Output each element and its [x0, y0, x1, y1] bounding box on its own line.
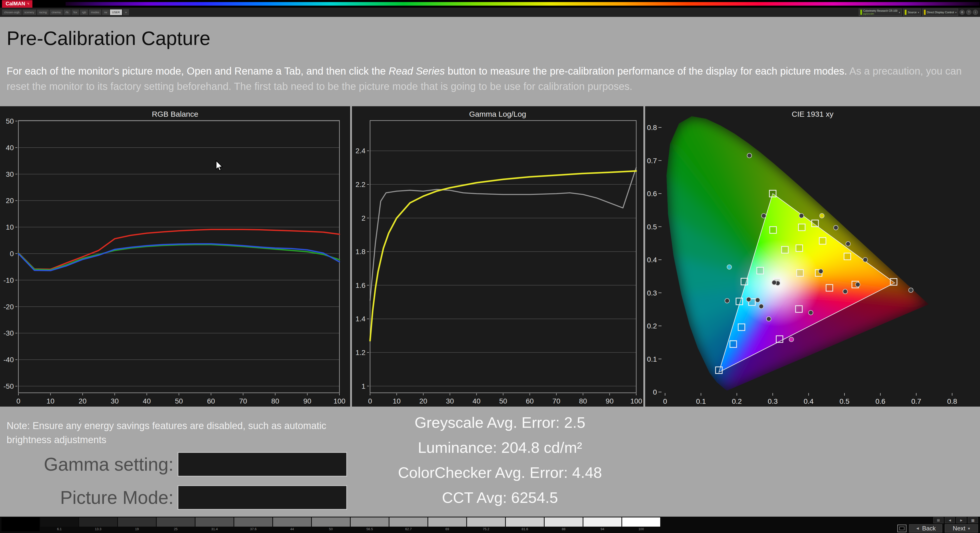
- grayscale-swatch-0[interactable]: [2, 517, 40, 532]
- tab-modes[interactable]: modes: [89, 10, 101, 15]
- tab-bar: chosen-srgbsceneryracingcinemarfxfoxrgbm…: [0, 8, 980, 17]
- svg-text:0: 0: [663, 397, 667, 405]
- swatch-label: 13.3: [95, 527, 101, 531]
- layout-list-icon[interactable]: ▦: [968, 517, 978, 523]
- back-button[interactable]: ◄ Back: [909, 524, 942, 533]
- swatch-tile[interactable]: [390, 517, 428, 527]
- cie-panel: CIE 1931 xy 00.10.20.30.40.50.60.70.800.…: [645, 106, 980, 407]
- svg-text:0.2: 0.2: [647, 322, 657, 330]
- svg-text:-40: -40: [3, 356, 14, 364]
- gamma-setting-row: Gamma setting:: [2, 452, 347, 477]
- gamma-title: Gamma Log/Log: [352, 110, 643, 118]
- rgb-balance-panel: RGB Balance -50-40-30-20-100102030405001…: [0, 106, 350, 407]
- grayscale-swatch-69[interactable]: 69: [428, 517, 466, 532]
- grayscale-swatch-44[interactable]: 44: [273, 517, 311, 532]
- swatch-tile[interactable]: [545, 517, 583, 527]
- swatch-tile[interactable]: [622, 517, 660, 527]
- swatch-tile[interactable]: [428, 517, 466, 527]
- swatch-tile[interactable]: [312, 517, 350, 527]
- grayscale-swatch-strip: 6.113.3192531.437.6445056.562.76975.281.…: [2, 517, 660, 532]
- swatch-tile[interactable]: [2, 517, 40, 531]
- tab-racing[interactable]: racing: [37, 10, 49, 15]
- tab-rgb[interactable]: rgb: [80, 10, 88, 15]
- svg-text:80: 80: [271, 397, 279, 405]
- lower-section: Note: Ensure any energy savings features…: [0, 407, 980, 517]
- step-back-icon[interactable]: ◄: [945, 517, 955, 523]
- source-dropdown[interactable]: Source ▾: [903, 9, 921, 16]
- swatch-tile[interactable]: [467, 517, 505, 527]
- preview-window-button[interactable]: [897, 525, 907, 532]
- swatch-tile[interactable]: [351, 517, 389, 527]
- svg-text:40: 40: [6, 144, 14, 152]
- rgb-balance-title: RGB Balance: [0, 110, 350, 118]
- svg-text:60: 60: [207, 397, 215, 405]
- display-control-accent: [924, 10, 926, 15]
- instructions-part1: For each of the monitor's picture mode, …: [6, 65, 389, 77]
- swatch-tile[interactable]: [40, 517, 78, 527]
- swatch-tile[interactable]: [79, 517, 117, 527]
- tab-scenery[interactable]: scenery: [22, 10, 37, 15]
- svg-text:0.2: 0.2: [732, 397, 742, 405]
- meter-dropdown[interactable]: Colorimetry Research CR-100 pg32ucdm ▾: [859, 9, 902, 16]
- tab-fox[interactable]: fox: [72, 10, 80, 15]
- swatch-tile[interactable]: [273, 517, 311, 527]
- next-label: Next: [953, 525, 965, 532]
- layout-grid-icon[interactable]: ⊞: [933, 517, 943, 523]
- help-icon[interactable]: ?: [966, 10, 971, 15]
- picture-mode-label: Picture Mode:: [2, 487, 178, 508]
- swatch-tile[interactable]: [157, 517, 195, 527]
- grayscale-swatch-75.2[interactable]: 75.2: [467, 517, 505, 532]
- cie-1931-plot: 00.10.20.30.40.50.60.70.800.10.20.30.40.…: [645, 106, 980, 407]
- swatch-label: 50: [329, 527, 332, 531]
- gamma-setting-input[interactable]: [178, 452, 347, 477]
- tab-cinema[interactable]: cinema: [49, 10, 62, 15]
- page-title: Pre-Calibration Capture: [6, 27, 210, 49]
- instructions-part2: button to measure the pre-calibration pe…: [445, 65, 850, 77]
- grayscale-swatch-100[interactable]: 100: [622, 517, 660, 532]
- grayscale-swatch-6.1[interactable]: 6.1: [40, 517, 78, 532]
- tab-rw[interactable]: rw: [102, 10, 109, 15]
- gear-icon[interactable]: ⚙: [959, 10, 965, 15]
- svg-text:0.5: 0.5: [840, 397, 850, 405]
- step-forward-icon[interactable]: ►: [956, 517, 966, 523]
- swatch-tile[interactable]: [506, 517, 544, 527]
- grayscale-swatch-81.6[interactable]: 81.6: [506, 517, 544, 532]
- swatch-label: 94: [600, 527, 604, 531]
- svg-text:30: 30: [6, 170, 14, 178]
- grayscale-swatch-31.4[interactable]: 31.4: [196, 517, 234, 532]
- add-tab-button[interactable]: +: [123, 9, 129, 15]
- grayscale-swatch-62.7[interactable]: 62.7: [390, 517, 428, 532]
- info-icon[interactable]: i: [973, 10, 978, 15]
- display-control-dropdown[interactable]: Direct Display Control ▾: [922, 9, 958, 16]
- tab-user[interactable]: USER: [110, 10, 122, 15]
- svg-text:0.3: 0.3: [647, 289, 657, 297]
- instructions-text: For each of the monitor's picture mode, …: [6, 63, 974, 94]
- svg-text:2.4: 2.4: [355, 147, 366, 155]
- grayscale-swatch-37.6[interactable]: 37.6: [234, 517, 272, 532]
- grayscale-swatch-13.3[interactable]: 13.3: [79, 517, 117, 532]
- next-button[interactable]: Next ▾: [945, 524, 978, 533]
- swatch-label: 37.6: [250, 527, 256, 531]
- svg-text:0: 0: [16, 397, 21, 405]
- svg-text:1: 1: [361, 382, 366, 390]
- swatch-tile[interactable]: [234, 517, 272, 527]
- svg-text:0.5: 0.5: [647, 223, 657, 231]
- grayscale-swatch-88[interactable]: 88: [545, 517, 583, 532]
- grayscale-swatch-19[interactable]: 19: [118, 517, 156, 532]
- grayscale-swatch-56.5[interactable]: 56.5: [351, 517, 389, 532]
- tab-chosen-srgb[interactable]: chosen-srgb: [2, 10, 22, 15]
- svg-text:30: 30: [446, 397, 454, 405]
- grayscale-swatch-25[interactable]: 25: [157, 517, 195, 532]
- grayscale-swatch-50[interactable]: 50: [312, 517, 350, 532]
- svg-text:1.4: 1.4: [355, 315, 366, 323]
- grayscale-swatch-94[interactable]: 94: [584, 517, 621, 532]
- swatch-tile[interactable]: [196, 517, 234, 527]
- gamma-panel: Gamma Log/Log 11.21.41.61.822.22.4010203…: [352, 106, 643, 407]
- meter-labels: Colorimetry Research CR-100 pg32ucdm: [863, 10, 897, 15]
- calman-logo-text: CalMAN: [6, 1, 25, 6]
- spectrum-strip: [65, 2, 980, 6]
- tab-rfx[interactable]: rfx: [64, 10, 71, 15]
- picture-mode-input[interactable]: [178, 485, 347, 510]
- swatch-tile[interactable]: [584, 517, 621, 527]
- swatch-tile[interactable]: [118, 517, 156, 527]
